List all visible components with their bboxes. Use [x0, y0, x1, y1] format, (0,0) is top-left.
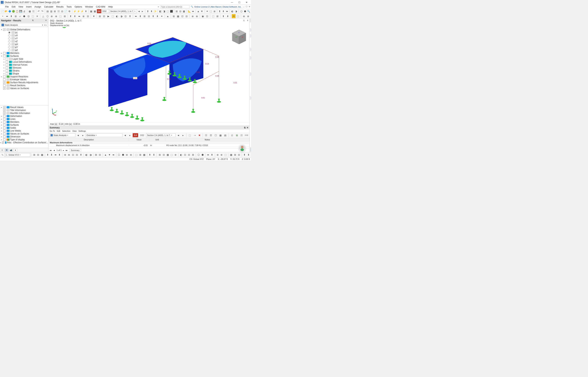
- summary-menu-edit[interactable]: Edit: [57, 130, 60, 132]
- menu-insert[interactable]: Insert: [25, 5, 33, 9]
- tree-node-dimension[interactable]: ▸Dimension: [0, 135, 48, 138]
- summary-combo1[interactable]: Static Analysis: [50, 133, 75, 137]
- tree-node-ux[interactable]: uX: [0, 34, 48, 37]
- tb2-btn-37-icon[interactable]: ⊟: [147, 14, 151, 18]
- menu-help[interactable]: Help: [107, 5, 114, 9]
- tree-node-surfaces[interactable]: ▸Surfaces: [0, 123, 48, 126]
- keyword-search-input[interactable]: [160, 5, 190, 8]
- bt-btn-8-icon[interactable]: ⬍: [58, 153, 61, 157]
- tb2-btn-53-icon[interactable]: ⊡: [205, 14, 209, 18]
- bt-btn-14-icon[interactable]: ⬆: [79, 153, 82, 157]
- tb2-btn-62-icon[interactable]: ⬚: [236, 14, 240, 18]
- menu-calculate[interactable]: Calculate: [43, 5, 55, 9]
- tb1-btn-22-icon[interactable]: ⚡: [73, 9, 76, 13]
- bt-right-21-icon[interactable]: ▦: [229, 153, 233, 157]
- menu-file[interactable]: File: [4, 5, 10, 9]
- menu-results[interactable]: Results: [55, 5, 65, 9]
- tb1-btn-20-icon[interactable]: ⚙: [68, 9, 71, 13]
- bt-btn-3-icon[interactable]: ▦: [40, 153, 44, 157]
- control-row-global-deformations[interactable]: Global Deformations1.00: [250, 100, 251, 102]
- tb1-right-23-icon[interactable]: ⬚: [209, 9, 212, 13]
- bt-right-8-icon[interactable]: ⊟: [187, 153, 191, 157]
- bt-btn-36-icon[interactable]: ⬇: [152, 153, 155, 157]
- tree-node--x[interactable]: φX: [0, 43, 48, 46]
- summary-tool-a-icon[interactable]: ⬚: [188, 133, 192, 137]
- tree-node-result-values[interactable]: ▸Result Values: [0, 106, 48, 109]
- bt-btn-10-icon[interactable]: ⊕: [63, 153, 67, 157]
- tree-node-surfaces[interactable]: ▾Surfaces: [0, 55, 48, 58]
- tree-node-envelope-values[interactable]: Envelope Values: [0, 78, 48, 81]
- menu-view[interactable]: View: [17, 5, 25, 9]
- tb1-btn-4-icon[interactable]: 📋: [15, 9, 19, 13]
- tb1-right-12-icon[interactable]: ⊞: [175, 9, 178, 13]
- panel-pin-icon[interactable]: ⎗: [32, 19, 34, 22]
- tb1-right-20-icon[interactable]: ▼: [200, 9, 204, 13]
- summary-row[interactable]: Maximum displacement in X-direction -0.0…: [49, 144, 249, 147]
- mdi-max-icon[interactable]: ☐: [246, 6, 247, 8]
- tb1-right-9-icon[interactable]: ⬚: [166, 9, 169, 13]
- bt-right-12-icon[interactable]: ⬢: [201, 153, 204, 157]
- maximize-button[interactable]: ☐: [235, 0, 243, 5]
- tree-node-values-on-surfaces[interactable]: ▸Values on Surfaces: [0, 132, 48, 135]
- tb1-right-27-icon[interactable]: ⬇: [222, 9, 225, 13]
- tree-node-title-information[interactable]: Title Information: [0, 109, 48, 112]
- bt-right-25-icon[interactable]: ⬆: [243, 153, 246, 157]
- menu-options[interactable]: Options: [73, 5, 84, 9]
- tb1-right-8-icon[interactable]: ◨: [163, 9, 166, 13]
- nav-tab-eye-icon[interactable]: 👁: [5, 148, 9, 152]
- tree-node-layer-side[interactable]: ▸Layer Side: [0, 58, 48, 60]
- tree-node-shape[interactable]: ▸Shape: [0, 72, 48, 75]
- tb1-right-5-icon[interactable]: ✨: [153, 9, 157, 13]
- tree-node-deformation[interactable]: ▸Deformation: [0, 115, 48, 118]
- tree-node--u-[interactable]: |u|: [0, 31, 48, 34]
- control-row-deformations[interactable]: Deformations0.00: [250, 76, 251, 78]
- tb1-btn-18-icon[interactable]: ⊟: [61, 9, 64, 13]
- sf-tab[interactable]: Summary: [69, 149, 81, 152]
- tb2-btn-55-icon[interactable]: ⬚: [211, 14, 215, 18]
- tb2-btn-38-icon[interactable]: ⬆: [151, 14, 155, 18]
- bt-btn-35-icon[interactable]: ⬆: [148, 153, 152, 157]
- tb1-right-1-icon[interactable]: ▸: [141, 9, 144, 13]
- tb1-btn-16-icon[interactable]: ⊞: [53, 9, 57, 13]
- bt-right-7-icon[interactable]: ⊡: [183, 153, 187, 157]
- control-row-reaction-forces[interactable]: Reaction Forces1.00: [250, 51, 251, 54]
- tb1-btn-27-icon[interactable]: ▦: [90, 9, 93, 13]
- tb2-btn-4-icon[interactable]: ▱: [18, 14, 22, 18]
- bt-btn-17-icon[interactable]: ◑: [89, 153, 92, 157]
- tb1-right-7-icon[interactable]: ◧: [159, 9, 162, 13]
- tb2-btn-6-icon[interactable]: ⊡: [27, 14, 31, 18]
- tb1-right-3-icon[interactable]: ⬆: [146, 9, 150, 13]
- tree-node-members[interactable]: ▸Members: [0, 52, 48, 55]
- viewport-3d[interactable]: +Y -X z Z Y X 0.040.000.010.060.140.140.…: [48, 27, 249, 122]
- tb1-right-26-icon[interactable]: ⬆: [218, 9, 222, 13]
- tb1-btn-28-icon[interactable]: ▦: [93, 9, 96, 13]
- nav-tab-camera-icon[interactable]: 📹: [9, 148, 13, 152]
- tree-node-internal-forces[interactable]: ▸Internal Forces: [0, 63, 48, 66]
- tb1-right-13-icon[interactable]: ⊟: [179, 9, 182, 13]
- bt-right-0-icon[interactable]: ⊞: [158, 153, 162, 157]
- tb1-right-30-icon[interactable]: ◐: [231, 9, 234, 13]
- bt-btn-22-icon[interactable]: ▲: [104, 153, 107, 157]
- control-row-internal-forces[interactable]: Internal Forces1.00: [250, 62, 251, 65]
- navigator-bottom-tree[interactable]: ▸Result ValuesTitle InformationMax/Min I…: [0, 105, 48, 148]
- summary-prev2-icon[interactable]: ◄: [123, 133, 127, 137]
- bt-right-19-icon[interactable]: ⬚: [224, 153, 227, 157]
- summary-menu-selection[interactable]: Selection: [62, 130, 70, 132]
- summary-tool-e-icon[interactable]: ☰: [209, 133, 213, 137]
- mdi-close-icon[interactable]: ✕: [249, 6, 250, 8]
- bt-right-6-icon[interactable]: ◐: [179, 153, 183, 157]
- control-body[interactable]: −GeneralDeformations187.77◄−By NodeReact…: [250, 28, 251, 147]
- tb2-btn-15-icon[interactable]: ⊞: [63, 14, 67, 18]
- tb1-btn-6-icon[interactable]: 🖨: [23, 9, 26, 13]
- tb2-btn-45-icon[interactable]: ▦: [176, 14, 180, 18]
- tree-node-type-of-display[interactable]: ▸Type of display: [0, 138, 48, 141]
- tree-node-values-on-surfaces[interactable]: Values on Surfaces: [0, 87, 48, 90]
- bt-right-2-icon[interactable]: ▦: [166, 153, 169, 157]
- bt-right-1-icon[interactable]: ⊟: [162, 153, 165, 157]
- tb1-btn-1-icon[interactable]: 📂: [4, 9, 8, 13]
- bt-btn-27-icon[interactable]: ⬢: [121, 153, 125, 157]
- tb1-btn-11-icon[interactable]: ↶: [37, 9, 40, 13]
- tb1-right-10-icon[interactable]: ⬛: [170, 9, 173, 13]
- tb1-btn-8-icon[interactable]: ▦: [28, 9, 31, 13]
- tb1-right-31-icon[interactable]: ◑: [234, 9, 238, 13]
